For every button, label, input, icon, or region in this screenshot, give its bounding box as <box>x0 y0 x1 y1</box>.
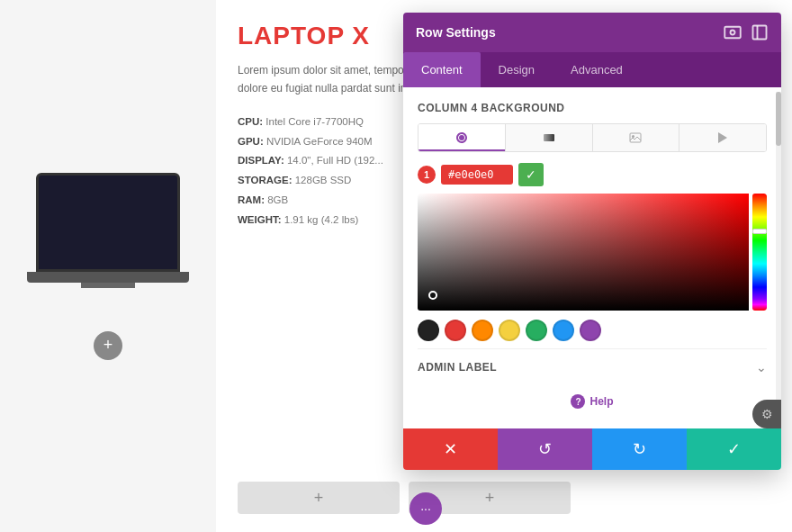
save-button[interactable]: ✓ <box>687 428 781 470</box>
brightness-gradient <box>418 194 749 311</box>
left-column: + <box>0 0 216 532</box>
svg-rect-5 <box>544 134 554 141</box>
panel-footer: ✕ ↺ ↻ ✓ <box>403 428 781 470</box>
swatch-purple[interactable] <box>580 320 601 341</box>
panel-header-icons <box>724 23 769 41</box>
color-type-image[interactable] <box>593 124 680 151</box>
tab-advanced[interactable]: Advanced <box>553 52 641 87</box>
panel-title: Row Settings <box>416 25 496 40</box>
expand-icon[interactable] <box>751 23 769 41</box>
swatch-blue[interactable] <box>553 320 574 341</box>
gear-corner-button[interactable]: ⚙ <box>752 400 781 428</box>
dots-menu-button[interactable]: ··· <box>410 492 442 525</box>
color-input-row: 1 ✓ <box>418 163 767 186</box>
color-hex-input[interactable] <box>441 165 513 185</box>
redo-button[interactable]: ↻ <box>592 428 687 470</box>
panel-body: Column 4 Background <box>403 87 781 428</box>
chevron-down-icon: ⌄ <box>756 360 767 374</box>
tab-design[interactable]: Design <box>481 52 553 87</box>
svg-point-7 <box>632 135 634 138</box>
svg-point-1 <box>731 31 735 35</box>
panel-tabs: Content Design Advanced <box>403 52 781 87</box>
row-settings-panel: Row Settings Content Design Advanced Col… <box>403 13 781 470</box>
add-section-button[interactable]: + <box>94 331 122 360</box>
responsive-icon[interactable] <box>724 23 742 41</box>
color-swatches-row <box>418 320 767 341</box>
help-icon: ? <box>571 394 585 409</box>
color-type-gradient[interactable] <box>506 124 593 151</box>
cancel-button[interactable]: ✕ <box>403 428 498 470</box>
color-type-video[interactable] <box>680 124 766 151</box>
laptop-image <box>18 173 198 317</box>
swatch-yellow[interactable] <box>499 320 520 341</box>
hue-slider[interactable] <box>752 194 767 311</box>
swatch-black[interactable] <box>418 320 439 341</box>
help-row: ? Help <box>418 385 767 414</box>
swatch-orange[interactable] <box>472 320 493 341</box>
admin-label-row[interactable]: Admin Label ⌄ <box>418 348 767 385</box>
laptop-screen <box>36 173 180 272</box>
add-column-button-1[interactable]: + <box>238 482 400 514</box>
laptop-base <box>27 272 189 283</box>
panel-scrollbar[interactable] <box>776 92 781 428</box>
undo-button[interactable]: ↺ <box>498 428 592 470</box>
confirm-color-button[interactable]: ✓ <box>518 163 544 186</box>
step-badge: 1 <box>418 166 436 184</box>
laptop-stand <box>81 283 135 288</box>
panel-header: Row Settings <box>403 13 781 52</box>
color-type-tabs <box>418 123 767 152</box>
swatch-green[interactable] <box>526 320 547 341</box>
color-type-solid[interactable] <box>418 124 506 151</box>
swatch-red[interactable] <box>445 320 466 341</box>
panel-scrollbar-thumb <box>776 92 781 146</box>
tab-content[interactable]: Content <box>403 52 481 87</box>
color-gradient-canvas[interactable] <box>418 194 767 311</box>
svg-rect-2 <box>753 26 767 40</box>
help-link[interactable]: ? Help <box>571 394 613 409</box>
svg-rect-6 <box>630 133 641 142</box>
help-label: Help <box>590 395 613 408</box>
svg-marker-8 <box>718 132 727 143</box>
section-title: Column 4 Background <box>418 102 767 114</box>
admin-label-text: Admin Label <box>418 361 497 374</box>
svg-point-4 <box>459 135 464 140</box>
svg-rect-0 <box>724 27 741 39</box>
